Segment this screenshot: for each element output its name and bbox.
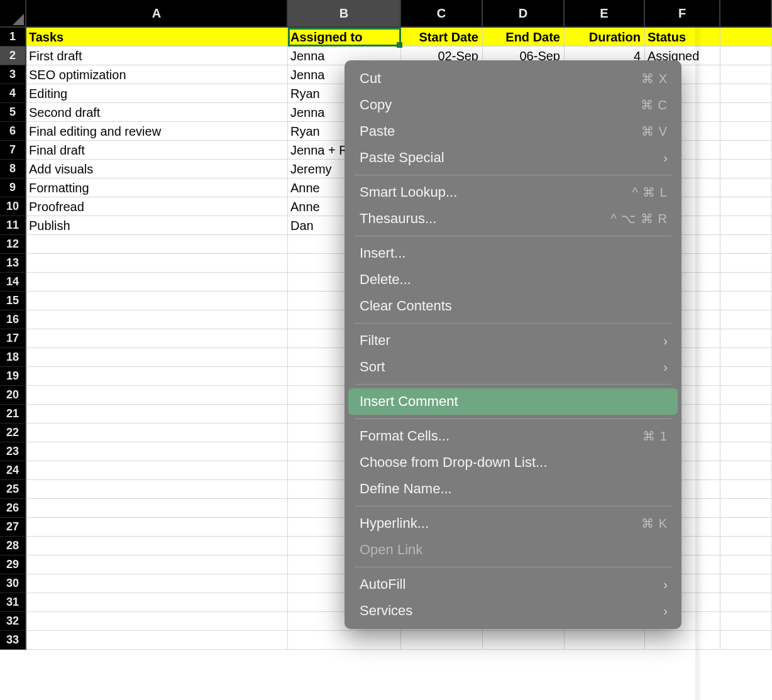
cell[interactable]: [645, 631, 720, 650]
row-head[interactable]: 23: [0, 442, 26, 461]
cell[interactable]: [720, 442, 772, 461]
cell[interactable]: [483, 631, 565, 650]
cell[interactable]: [565, 631, 645, 650]
cell[interactable]: [720, 292, 772, 310]
menu-services[interactable]: Services ›: [348, 598, 678, 624]
row-head[interactable]: 8: [0, 160, 26, 178]
cell[interactable]: [720, 46, 772, 65]
row-head[interactable]: 21: [0, 405, 26, 424]
cell[interactable]: Tasks: [26, 28, 288, 46]
cell[interactable]: [720, 28, 772, 46]
cell[interactable]: Final draft: [26, 141, 288, 160]
cell[interactable]: Status: [645, 28, 720, 46]
cell[interactable]: [26, 405, 288, 424]
cell[interactable]: [720, 424, 772, 442]
cell[interactable]: [720, 537, 772, 555]
cell[interactable]: [720, 122, 772, 141]
cell[interactable]: [720, 329, 772, 348]
menu-thesaurus[interactable]: Thesaurus... ^ ⌥ ⌘ R: [348, 205, 678, 232]
cell[interactable]: Proofread: [26, 197, 288, 216]
menu-insert[interactable]: Insert...: [348, 240, 678, 266]
cell[interactable]: [26, 593, 288, 612]
cell[interactable]: End Date: [483, 28, 565, 46]
cell[interactable]: Duration: [565, 28, 645, 46]
menu-filter[interactable]: Filter ›: [348, 327, 678, 354]
row-head[interactable]: 3: [0, 65, 26, 84]
cell[interactable]: [720, 65, 772, 84]
row-head[interactable]: 31: [0, 593, 26, 612]
cell[interactable]: Start Date: [401, 28, 483, 46]
cell[interactable]: [26, 235, 288, 254]
cell[interactable]: [720, 178, 772, 197]
row-head[interactable]: 11: [0, 216, 26, 235]
cell[interactable]: [26, 348, 288, 367]
cell[interactable]: [26, 292, 288, 310]
cell[interactable]: Publish: [26, 216, 288, 235]
col-head-a[interactable]: A: [26, 0, 288, 28]
row-head[interactable]: 20: [0, 386, 26, 405]
col-head-blank[interactable]: [720, 0, 772, 28]
cell[interactable]: [26, 518, 288, 537]
cell[interactable]: [288, 631, 401, 650]
select-all-corner[interactable]: [0, 0, 26, 28]
row-head[interactable]: 2: [0, 46, 26, 65]
menu-copy[interactable]: Copy ⌘ C: [348, 92, 678, 118]
menu-cut[interactable]: Cut ⌘ X: [348, 65, 678, 92]
row-head[interactable]: 28: [0, 537, 26, 555]
cell[interactable]: [720, 273, 772, 292]
cell[interactable]: [720, 103, 772, 122]
row-head[interactable]: 18: [0, 348, 26, 367]
cell[interactable]: [720, 254, 772, 273]
row-head[interactable]: 9: [0, 178, 26, 197]
cell[interactable]: Add visuals: [26, 160, 288, 178]
row-head[interactable]: 15: [0, 292, 26, 310]
row-head[interactable]: 1: [0, 28, 26, 46]
menu-format-cells[interactable]: Format Cells... ⌘ 1: [348, 423, 678, 449]
cell[interactable]: [720, 405, 772, 424]
menu-hyperlink[interactable]: Hyperlink... ⌘ K: [348, 510, 678, 537]
cell[interactable]: [720, 555, 772, 574]
cell[interactable]: First draft: [26, 46, 288, 65]
row-head[interactable]: 6: [0, 122, 26, 141]
cell[interactable]: [720, 141, 772, 160]
cell[interactable]: [26, 555, 288, 574]
cell[interactable]: [720, 612, 772, 631]
menu-define-name[interactable]: Define Name...: [348, 476, 678, 502]
cell[interactable]: SEO optimization: [26, 65, 288, 84]
cell[interactable]: [720, 310, 772, 329]
row-head[interactable]: 13: [0, 254, 26, 273]
cell[interactable]: [26, 310, 288, 329]
row-head[interactable]: 22: [0, 424, 26, 442]
cell[interactable]: [26, 631, 288, 650]
row-head[interactable]: 5: [0, 103, 26, 122]
cell[interactable]: [26, 461, 288, 480]
cell[interactable]: [720, 593, 772, 612]
cell[interactable]: [26, 367, 288, 386]
menu-paste[interactable]: Paste ⌘ V: [348, 118, 678, 145]
row-head[interactable]: 17: [0, 329, 26, 348]
row-head[interactable]: 30: [0, 574, 26, 593]
cell[interactable]: [720, 216, 772, 235]
cell[interactable]: [720, 518, 772, 537]
row-head[interactable]: 16: [0, 310, 26, 329]
cell[interactable]: [26, 442, 288, 461]
cell[interactable]: [26, 273, 288, 292]
menu-smart-lookup[interactable]: Smart Lookup... ^ ⌘ L: [348, 179, 678, 205]
cell[interactable]: [720, 461, 772, 480]
menu-paste-special[interactable]: Paste Special ›: [348, 145, 678, 171]
row-head[interactable]: 12: [0, 235, 26, 254]
cell[interactable]: [26, 329, 288, 348]
cell[interactable]: [401, 631, 483, 650]
row-head[interactable]: 29: [0, 555, 26, 574]
cell[interactable]: [26, 254, 288, 273]
col-head-c[interactable]: C: [401, 0, 483, 28]
col-head-f[interactable]: F: [645, 0, 720, 28]
cell[interactable]: [720, 367, 772, 386]
col-head-e[interactable]: E: [565, 0, 645, 28]
menu-insert-comment[interactable]: Insert Comment: [348, 388, 678, 415]
cell[interactable]: [26, 537, 288, 555]
menu-clear-contents[interactable]: Clear Contents: [348, 293, 678, 319]
row-head[interactable]: 26: [0, 499, 26, 518]
cell[interactable]: [720, 386, 772, 405]
row-head[interactable]: 25: [0, 480, 26, 499]
